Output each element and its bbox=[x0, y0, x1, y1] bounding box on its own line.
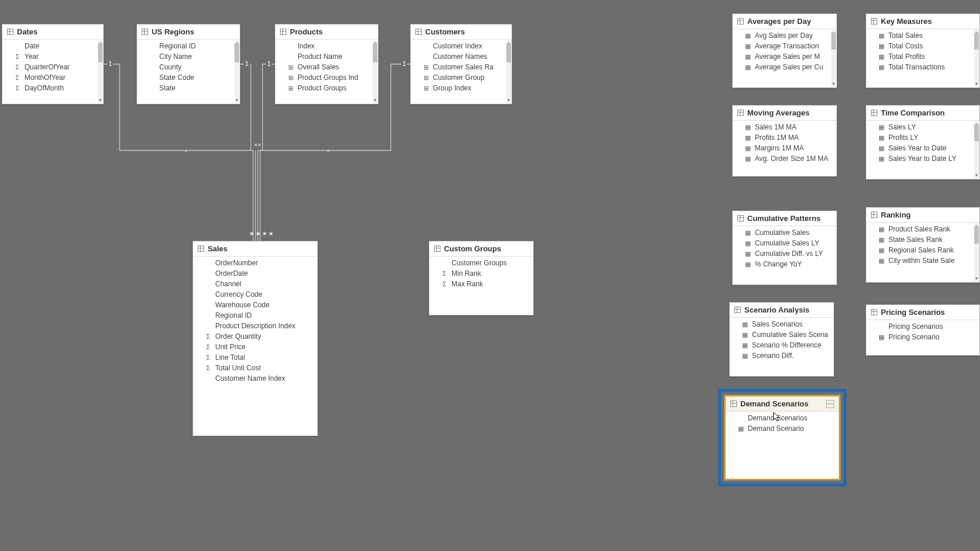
field-row[interactable]: ▦Profits LY bbox=[866, 132, 979, 143]
field-row[interactable]: Pricing Scenarios bbox=[866, 321, 979, 332]
scrollbar[interactable]: ▴▾ bbox=[974, 30, 979, 87]
field-row[interactable]: ΣTotal Unit Cost bbox=[193, 363, 317, 373]
field-row[interactable]: ⊞Customer Sales Ra bbox=[411, 62, 512, 72]
field-row[interactable]: Currency Code bbox=[193, 289, 317, 300]
field-row[interactable]: State Code bbox=[137, 72, 240, 83]
field-row[interactable]: ▦Sales Year to Date bbox=[866, 143, 979, 153]
table-scenario-analysis[interactable]: Scenario Analysis ▦Sales Scenarios ▦Cumu… bbox=[729, 302, 834, 377]
scrollbar[interactable]: ▴ ▾ bbox=[98, 40, 103, 103]
scrollbar[interactable]: ▴▾ bbox=[831, 30, 836, 87]
field-row[interactable]: Warehouse Code bbox=[193, 300, 317, 310]
field-row[interactable]: ▦Average Sales per M bbox=[733, 51, 836, 62]
field-row[interactable]: City Name bbox=[137, 51, 240, 62]
field-row[interactable]: Demand Scenarios bbox=[726, 413, 839, 423]
field-row[interactable]: ▦Total Transactions bbox=[866, 62, 979, 72]
field-row[interactable]: ΣMin Rank bbox=[429, 268, 533, 279]
field-row[interactable]: ▦Sales Year to Date LY bbox=[866, 153, 979, 164]
scroll-down-icon[interactable]: ▾ bbox=[235, 97, 239, 103]
scrollbar-thumb[interactable] bbox=[235, 43, 239, 62]
table-moving-averages[interactable]: Moving Averages ▦Sales 1M MA ▦Profits 1M… bbox=[732, 105, 837, 177]
field-row[interactable]: ▦Scenario % Difference bbox=[730, 340, 834, 350]
scrollbar-thumb[interactable] bbox=[974, 124, 979, 141]
scrollbar-thumb[interactable] bbox=[831, 33, 836, 50]
field-row[interactable]: ▦Margins 1M MA bbox=[733, 143, 836, 153]
field-row[interactable]: ▦Regional Sales Rank bbox=[866, 245, 979, 255]
field-row[interactable]: ▦Sales Scenarios bbox=[730, 319, 834, 329]
table-time-comparison[interactable]: Time Comparison ▦Sales LY ▦Profits LY ▦S… bbox=[866, 105, 980, 180]
field-row[interactable]: ▦City within State Sale bbox=[866, 255, 979, 266]
scrollbar-thumb[interactable] bbox=[506, 43, 511, 62]
field-row[interactable]: OrderDate bbox=[193, 268, 317, 279]
scrollbar[interactable]: ▴ ▾ bbox=[373, 40, 377, 103]
scroll-down-icon[interactable]: ▾ bbox=[974, 81, 979, 87]
table-customers[interactable]: Customers Customer Index Customer Names … bbox=[410, 24, 512, 104]
field-row[interactable]: ▦Sales 1M MA bbox=[733, 122, 836, 132]
table-ranking[interactable]: Ranking ▦Product Sales Rank ▦State Sales… bbox=[866, 207, 980, 283]
field-row[interactable]: ΣMonthOfYear bbox=[2, 72, 103, 83]
field-row[interactable]: ▦Demand Scenario bbox=[726, 423, 839, 434]
scrollbar-thumb[interactable] bbox=[974, 33, 979, 50]
field-row[interactable]: Customer Index bbox=[411, 41, 512, 51]
table-cumulative-patterns[interactable]: Cumulative Patterns ▦Cumulative Sales ▦C… bbox=[732, 210, 837, 285]
field-row[interactable]: OrderNumber bbox=[193, 258, 317, 268]
field-row[interactable]: ΣLine Total bbox=[193, 352, 317, 363]
field-row[interactable]: ▦Cumulative Sales LY bbox=[733, 238, 836, 248]
field-row[interactable]: Index bbox=[275, 41, 378, 51]
field-row[interactable]: ▦Cumulative Diff. vs LY bbox=[733, 248, 836, 259]
field-row[interactable]: ▦Profits 1M MA bbox=[733, 132, 836, 143]
field-row[interactable]: ▦Total Costs bbox=[866, 41, 979, 51]
field-row[interactable]: ▦Total Profits bbox=[866, 51, 979, 62]
field-row[interactable]: ⊞Product Groups bbox=[275, 83, 378, 93]
scrollbar[interactable]: ▴ ▾ bbox=[235, 40, 239, 103]
scrollbar[interactable]: ▴ ▾ bbox=[506, 40, 511, 103]
table-us-regions[interactable]: US Regions Regional ID City Name County … bbox=[136, 24, 240, 104]
field-row[interactable]: ΣOrder Quantity bbox=[193, 331, 317, 342]
field-row[interactable]: ΣQuarterOfYear bbox=[2, 62, 103, 72]
field-row[interactable]: Regional ID bbox=[137, 41, 240, 51]
field-row[interactable]: Channel bbox=[193, 279, 317, 289]
field-row[interactable]: ▦% Change YoY bbox=[733, 259, 836, 269]
field-row[interactable]: ▦Scenario Diff. bbox=[730, 350, 834, 361]
field-row[interactable]: ΣDayOfMonth bbox=[2, 83, 103, 93]
field-row[interactable]: Customer Groups bbox=[429, 258, 533, 268]
field-row[interactable]: Customer Name Index bbox=[193, 373, 317, 384]
field-row[interactable]: ▦Product Sales Rank bbox=[866, 224, 979, 234]
table-custom-groups[interactable]: Custom Groups Customer Groups ΣMin Rank … bbox=[429, 241, 534, 315]
field-row[interactable]: Regional ID bbox=[193, 310, 317, 321]
field-row[interactable]: ⊞Customer Group bbox=[411, 72, 512, 83]
table-pricing-scenarios[interactable]: Pricing Scenarios Pricing Scenarios ▦Pri… bbox=[866, 304, 980, 356]
field-row[interactable]: ⊞Group Index bbox=[411, 83, 512, 93]
field-row[interactable]: Product Description Index bbox=[193, 321, 317, 331]
table-sales[interactable]: Sales OrderNumber OrderDate Channel Curr… bbox=[192, 241, 318, 436]
scroll-down-icon[interactable]: ▾ bbox=[506, 97, 511, 103]
scroll-down-icon[interactable]: ▾ bbox=[98, 97, 103, 103]
scroll-down-icon[interactable]: ▾ bbox=[974, 173, 979, 178]
field-row[interactable]: Product Name bbox=[275, 51, 378, 62]
field-row[interactable]: ▦State Sales Rank bbox=[866, 234, 979, 245]
field-row[interactable]: ΣUnit Price bbox=[193, 342, 317, 352]
field-row[interactable]: ▦Cumulative Sales bbox=[733, 227, 836, 238]
field-row[interactable]: ▦Pricing Scenario bbox=[866, 332, 979, 342]
scrollbar-thumb[interactable] bbox=[98, 43, 103, 62]
scroll-down-icon[interactable]: ▾ bbox=[974, 276, 979, 282]
scrollbar[interactable]: ▴▾ bbox=[974, 121, 979, 178]
field-row[interactable]: ▦Sales LY bbox=[866, 122, 979, 132]
scrollbar-thumb[interactable] bbox=[373, 43, 377, 62]
field-row[interactable]: ΣMax Rank bbox=[429, 279, 533, 289]
field-row[interactable]: ⊞Product Groups Ind bbox=[275, 72, 378, 83]
scroll-down-icon[interactable]: ▾ bbox=[373, 97, 377, 103]
table-key-measures[interactable]: Key Measures ▦Total Sales ▦Total Costs ▦… bbox=[866, 13, 980, 88]
table-dates[interactable]: Dates Date ΣYear ΣQuarterOfYear ΣMonthOf… bbox=[2, 24, 104, 104]
field-row[interactable]: ▦Average Sales per Cu bbox=[733, 62, 836, 72]
field-row[interactable]: ▦Total Sales bbox=[866, 30, 979, 41]
scrollbar-thumb[interactable] bbox=[974, 226, 979, 244]
more-options-button[interactable]: ⋯ bbox=[826, 400, 834, 408]
field-row[interactable]: ▦Average Transaction bbox=[733, 41, 836, 51]
table-demand-scenarios-selected[interactable]: Demand Scenarios ⋯ Demand Scenarios ▦Dem… bbox=[719, 389, 846, 486]
field-row[interactable]: Date bbox=[2, 41, 103, 51]
field-row[interactable]: Customer Names bbox=[411, 51, 512, 62]
scrollbar[interactable]: ▴▾ bbox=[974, 223, 979, 282]
field-row[interactable]: ΣYear bbox=[2, 51, 103, 62]
field-row[interactable]: County bbox=[137, 62, 240, 72]
field-row[interactable]: State bbox=[137, 83, 240, 93]
